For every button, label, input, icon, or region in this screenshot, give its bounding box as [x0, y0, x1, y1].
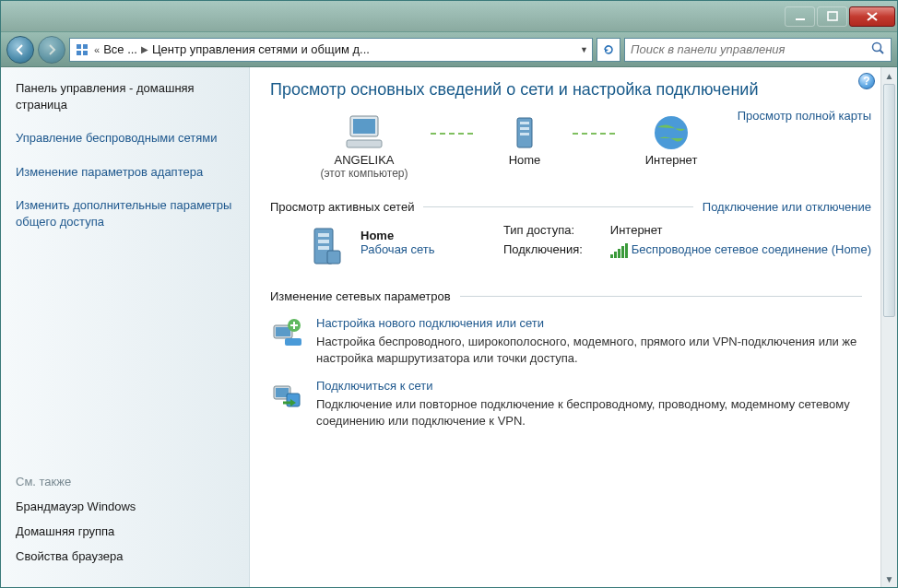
map-connector-icon: [431, 133, 477, 135]
see-also-homegroup[interactable]: Домашняя группа: [16, 524, 234, 538]
scrollbar[interactable]: ▲ ▼: [880, 67, 897, 587]
task-new-connection[interactable]: Настройка нового подключения или сети На…: [270, 316, 871, 366]
page-title: Просмотр основных сведений о сети и наст…: [270, 80, 871, 100]
svg-rect-19: [318, 246, 329, 250]
see-also-header: См. также: [16, 475, 234, 488]
navbar: « Все ... ▶ Центр управления сетями и об…: [1, 32, 897, 67]
connection-name: Беспроводное сетевое соединение (Home): [632, 242, 871, 256]
refresh-icon: [601, 42, 616, 57]
map-pc-sublabel: (этот компьютер): [321, 167, 408, 180]
forward-button[interactable]: [38, 36, 65, 64]
sidebar-link-wireless[interactable]: Управление беспроводными сетями: [16, 130, 234, 147]
search-box[interactable]: [624, 38, 892, 62]
svg-point-15: [655, 116, 688, 149]
change-settings-section: Изменение сетевых параметров Настройка н…: [270, 289, 871, 429]
see-also-firewall[interactable]: Брандмауэр Windows: [16, 500, 234, 513]
view-full-map-link[interactable]: Просмотр полной карты: [738, 109, 871, 123]
scroll-up-icon[interactable]: ▲: [881, 67, 897, 84]
sidebar-link-adapter[interactable]: Изменение параметров адаптера: [16, 164, 234, 181]
task-connect-network[interactable]: Подключиться к сети Подключение или повт…: [270, 379, 871, 429]
active-networks-header: Просмотр активных сетей: [270, 200, 414, 214]
address-bar[interactable]: « Все ... ▶ Центр управления сетями и об…: [69, 38, 593, 62]
svg-rect-12: [520, 122, 529, 124]
help-icon[interactable]: ?: [858, 73, 875, 89]
sidebar-home[interactable]: Панель управления - домашняя страница: [16, 80, 234, 113]
svg-rect-17: [318, 233, 329, 237]
map-node-network: Home: [488, 112, 561, 167]
sidebar: Панель управления - домашняя страница Уп…: [1, 67, 250, 587]
search-input[interactable]: [631, 42, 870, 56]
network-tower-icon: [301, 223, 348, 269]
task-label: Настройка нового подключения или сети: [316, 316, 871, 330]
minimize-button[interactable]: [785, 6, 815, 27]
map-pc-label: ANGELIKA: [334, 153, 394, 167]
sidebar-link-sharing[interactable]: Изменить дополнительные параметры общего…: [16, 197, 234, 230]
map-network-label: Home: [509, 153, 541, 167]
connect-disconnect-link[interactable]: Подключение или отключение: [703, 200, 871, 214]
breadcrumb-prev[interactable]: Все ...: [103, 42, 137, 56]
map-node-pc: ANGELIKA (этот компьютер): [309, 112, 419, 180]
address-dropdown-icon[interactable]: ▼: [580, 45, 588, 54]
svg-rect-14: [520, 133, 529, 135]
active-networks-section: Просмотр активных сетей Подключение или …: [270, 200, 871, 269]
svg-rect-2: [77, 44, 81, 49]
search-icon[interactable]: [870, 41, 885, 58]
task-description: Настройка беспроводного, широкополосного…: [316, 334, 871, 366]
see-also-browser[interactable]: Свойства браузера: [16, 549, 234, 563]
scroll-down-icon[interactable]: ▼: [881, 570, 897, 587]
task-description: Подключение или повторное подключение к …: [316, 396, 871, 429]
connect-network-icon: [270, 379, 303, 412]
back-button[interactable]: [6, 36, 34, 64]
map-internet-label: Интернет: [645, 153, 698, 167]
svg-rect-9: [353, 119, 375, 134]
connections-label: Подключения:: [503, 242, 583, 258]
content-pane: ? Просмотр основных сведений о сети и на…: [250, 67, 897, 587]
map-node-internet: Интернет: [630, 112, 713, 167]
connection-link[interactable]: Беспроводное сетевое соединение (Home): [610, 242, 871, 258]
network-map: Просмотр полной карты ANGELIKA (этот ком…: [270, 112, 871, 180]
refresh-button[interactable]: [597, 38, 620, 62]
scrollbar-thumb[interactable]: [883, 84, 895, 317]
titlebar: [1, 1, 897, 32]
svg-rect-4: [77, 51, 81, 55]
close-button[interactable]: [849, 6, 895, 27]
svg-rect-3: [83, 44, 88, 49]
chevron-right-icon: ▶: [141, 44, 148, 54]
divider: [423, 206, 692, 207]
svg-rect-5: [83, 51, 88, 55]
network-center-icon: [74, 41, 90, 58]
divider: [460, 296, 862, 297]
svg-point-6: [873, 43, 881, 52]
active-network-type-link[interactable]: Рабочая сеть: [360, 242, 435, 256]
globe-icon: [650, 112, 692, 153]
task-label: Подключиться к сети: [316, 379, 871, 393]
window: « Все ... ▶ Центр управления сетями и об…: [0, 0, 898, 588]
breadcrumb-current[interactable]: Центр управления сетями и общим д...: [152, 42, 370, 56]
active-network-name: Home: [360, 229, 435, 242]
arrow-left-icon: [13, 42, 28, 57]
svg-rect-0: [796, 18, 805, 20]
svg-rect-10: [347, 140, 382, 147]
svg-line-7: [880, 51, 884, 54]
access-type-value: Интернет: [610, 223, 871, 237]
window-body: Панель управления - домашняя страница Уп…: [1, 67, 897, 587]
computer-icon: [341, 112, 387, 153]
scrollbar-track[interactable]: [881, 84, 897, 570]
access-type-label: Тип доступа:: [503, 223, 583, 237]
maximize-button[interactable]: [817, 6, 847, 27]
svg-rect-18: [318, 240, 329, 243]
map-connector-icon: [573, 133, 619, 135]
svg-rect-24: [285, 338, 301, 346]
svg-rect-13: [520, 127, 529, 130]
arrow-right-icon: [44, 42, 59, 57]
svg-rect-22: [276, 327, 290, 336]
close-icon: [866, 11, 879, 22]
minimize-icon: [795, 11, 806, 22]
network-tower-icon: [506, 112, 543, 153]
new-connection-icon: [270, 316, 303, 349]
breadcrumb-chevron-icon: «: [94, 44, 100, 55]
maximize-icon: [827, 11, 838, 22]
signal-bars-icon: [610, 243, 628, 258]
svg-rect-1: [828, 12, 837, 20]
svg-rect-20: [327, 251, 340, 264]
